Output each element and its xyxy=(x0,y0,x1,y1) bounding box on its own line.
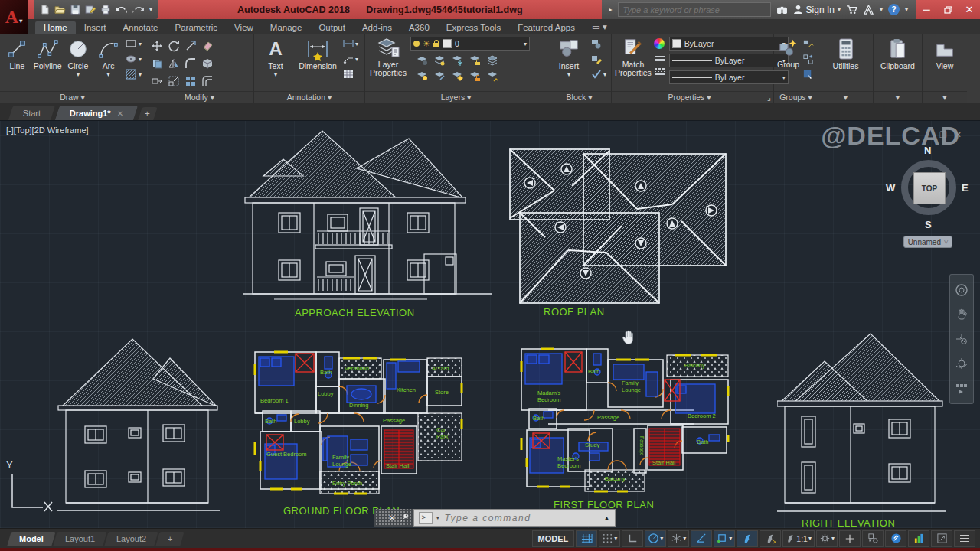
tab-express-tools[interactable]: Express Tools xyxy=(438,21,509,34)
leader-caret[interactable]: ▾ xyxy=(355,56,358,63)
minimize-button[interactable]: ─ xyxy=(916,0,937,19)
collapse-search-icon[interactable]: ▸ xyxy=(609,6,612,13)
store-cart-icon[interactable] xyxy=(846,5,858,15)
object-color-dropdown[interactable]: ByLayer▾ xyxy=(669,37,789,51)
explode-icon[interactable] xyxy=(201,57,214,70)
tab-view[interactable]: View xyxy=(226,21,262,34)
scale-icon[interactable] xyxy=(168,74,181,87)
open-file-icon[interactable] xyxy=(54,5,66,15)
autoscale-toggle[interactable] xyxy=(760,530,781,547)
panel-title-modify[interactable]: Modify ▾ xyxy=(145,91,253,103)
layer-on-bulb-small-icon[interactable] xyxy=(415,70,428,83)
tab-addins[interactable]: Add-ins xyxy=(354,21,400,34)
panel-title-groups[interactable]: Groups ▾ xyxy=(774,91,818,103)
layer-isolate-icon[interactable] xyxy=(433,54,446,67)
arc-button[interactable]: Arc▾ xyxy=(94,37,122,79)
viewcube-north[interactable]: N xyxy=(924,145,931,156)
new-drawing-tab-button[interactable]: + xyxy=(139,107,158,120)
fillet-icon[interactable] xyxy=(185,57,198,70)
doc-restore-icon[interactable]: ❐ xyxy=(939,130,947,140)
osnap-caret[interactable]: ▾ xyxy=(729,535,732,542)
command-recent-caret[interactable]: ▾ xyxy=(436,515,439,521)
undo-icon[interactable] xyxy=(116,5,128,15)
tab-a360[interactable]: A360 xyxy=(400,21,438,34)
layer-walk-icon[interactable] xyxy=(485,70,498,83)
viewport-controls[interactable]: [-][Top][2D Wireframe] xyxy=(6,126,89,135)
scale-caret[interactable]: ▾ xyxy=(808,535,812,542)
layer-lock-small-icon[interactable] xyxy=(468,54,481,67)
group-select-icon[interactable] xyxy=(802,68,815,81)
layer-match-icon[interactable] xyxy=(433,70,446,83)
polar-caret[interactable]: ▾ xyxy=(660,535,663,542)
erase-icon[interactable] xyxy=(201,39,214,52)
layer-properties-button[interactable]: LayerProperties xyxy=(368,37,408,77)
rectangle-icon[interactable] xyxy=(125,37,138,51)
layout1-tab[interactable]: Layout1 xyxy=(53,532,106,546)
group-button[interactable]: Group xyxy=(777,37,799,69)
search-input[interactable] xyxy=(622,5,767,15)
utilities-button[interactable]: Utilities xyxy=(823,37,869,70)
viewcube-west[interactable]: W xyxy=(886,182,895,194)
viewport-name-button[interactable]: Unnamed▽ xyxy=(903,236,952,248)
save-icon[interactable] xyxy=(70,5,80,15)
polar-tracking-toggle[interactable]: ▾ xyxy=(645,530,666,547)
polyline-button[interactable]: Polyline xyxy=(34,37,62,70)
isometric-toggle[interactable]: ▾ xyxy=(668,530,689,547)
qat-customize-caret[interactable]: ▾ xyxy=(149,6,152,13)
snap-toggle[interactable]: ▾ xyxy=(599,530,620,547)
save-as-icon[interactable] xyxy=(85,5,96,15)
doc-minimize-icon[interactable]: ─ xyxy=(926,130,932,140)
pan-icon[interactable] xyxy=(955,308,969,321)
block-checked-icon[interactable] xyxy=(590,68,603,81)
layout2-tab[interactable]: Layout2 xyxy=(104,532,158,546)
rectangle-caret[interactable]: ▾ xyxy=(139,41,142,47)
hatch-icon[interactable] xyxy=(125,68,138,81)
search-binoculars-icon[interactable] xyxy=(776,5,788,15)
panel-title-view[interactable]: ▾ xyxy=(923,91,967,103)
panel-title-draw[interactable]: Draw ▾ xyxy=(0,91,145,103)
layer-thaw-icon[interactable] xyxy=(450,70,463,83)
workspace-caret[interactable]: ▾ xyxy=(831,535,835,542)
new-file-icon[interactable] xyxy=(40,5,50,15)
command-prompt-icon[interactable]: >_ xyxy=(419,512,433,524)
zoom-icon[interactable] xyxy=(955,332,969,346)
lineweight-dropdown[interactable]: ByLayer▾ xyxy=(669,54,789,67)
hatch-caret[interactable]: ▾ xyxy=(139,71,142,78)
layer-dropdown[interactable]: ☀ 0 ▾ xyxy=(410,37,530,51)
linear-dim-caret[interactable]: ▾ xyxy=(355,41,358,47)
rotate-icon[interactable] xyxy=(168,39,181,52)
linear-dim-icon[interactable] xyxy=(341,37,354,51)
tab-close-icon[interactable]: ✕ xyxy=(117,109,123,117)
dimension-button[interactable]: Dimension xyxy=(296,37,339,70)
performance-monitor-button[interactable] xyxy=(908,530,929,547)
showmotion-icon[interactable] xyxy=(955,381,969,395)
group-edit-icon[interactable] xyxy=(802,53,815,66)
snap-caret[interactable]: ▾ xyxy=(614,535,617,542)
redo-icon[interactable] xyxy=(132,5,145,15)
viewcube-east[interactable]: E xyxy=(962,182,969,194)
tab-featured-apps[interactable]: Featured Apps xyxy=(509,21,583,34)
command-input[interactable] xyxy=(443,512,600,524)
a360-icon[interactable] xyxy=(863,5,874,15)
annotation-visibility-toggle[interactable] xyxy=(737,530,758,547)
panel-title-utilities[interactable]: ▾ xyxy=(818,91,873,103)
isolate-objects-button[interactable] xyxy=(862,530,884,547)
ellipse-caret[interactable]: ▾ xyxy=(139,56,142,63)
command-expand-icon[interactable]: ▲ xyxy=(603,514,610,522)
viewcube-south[interactable]: S xyxy=(925,219,932,230)
tab-output[interactable]: Output xyxy=(310,21,354,34)
doc-close-icon[interactable]: ✕ xyxy=(955,130,962,140)
object-snap-tracking-toggle[interactable] xyxy=(691,530,712,547)
hardware-acceleration-button[interactable] xyxy=(885,530,906,547)
line-button[interactable]: Line xyxy=(3,37,31,70)
model-space-toggle[interactable]: MODEL xyxy=(532,530,575,547)
orbit-icon[interactable] xyxy=(955,357,969,370)
drawing-canvas[interactable]: [-][Top][2D Wireframe] @DELCAD ─ ❐ ✕ N W… xyxy=(0,121,980,528)
lineweight-icon[interactable] xyxy=(654,51,667,64)
stretch-icon[interactable] xyxy=(151,74,164,87)
match-properties-button[interactable]: MatchProperties xyxy=(615,37,652,77)
object-snap-toggle[interactable]: ▾ xyxy=(714,530,735,547)
workspace-switching-button[interactable]: ▾ xyxy=(816,530,838,547)
panel-title-properties[interactable]: Properties ▾ ⌟ xyxy=(612,91,773,103)
command-customize-wrench-icon[interactable] xyxy=(400,513,410,523)
